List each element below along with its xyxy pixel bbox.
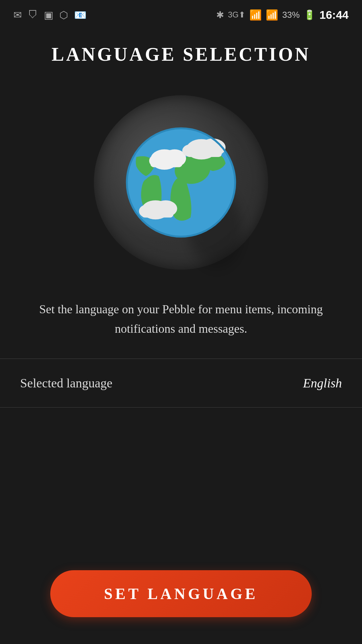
globe-icon	[117, 119, 245, 246]
battery-percent: 33%	[282, 10, 300, 20]
set-language-button[interactable]: SET LANGUAGE	[50, 570, 312, 617]
network-icon: 3G⬆	[228, 10, 245, 19]
status-time: 16:44	[319, 8, 349, 21]
description-text: Set the language on your Pebble for menu…	[0, 290, 362, 359]
shield-icon: ⛉	[28, 9, 38, 20]
svg-rect-5	[150, 161, 182, 167]
wifi-icon: 📶	[249, 9, 262, 21]
status-bar: ✉ ⛉ ▣ ⬡ 📧 ✱ 3G⬆ 📶 📶 33% 🔋 16:44	[0, 0, 362, 27]
status-icons-right: ✱ 3G⬆ 📶 📶 33% 🔋 16:44	[216, 8, 349, 21]
email-icon: ✉	[13, 9, 22, 21]
svg-rect-9	[186, 151, 222, 157]
language-row[interactable]: Selected language English	[0, 359, 362, 407]
page-title: LANGUAGE SELECTION	[0, 27, 362, 75]
bluetooth-icon: ✱	[216, 9, 224, 20]
selected-language-value: English	[303, 376, 342, 390]
security-icon: ⬡	[59, 9, 68, 21]
mail-icon: 📧	[74, 9, 86, 21]
svg-rect-13	[141, 211, 173, 218]
signal-icon: 📶	[266, 9, 278, 21]
status-icons-left: ✉ ⛉ ▣ ⬡ 📧	[13, 9, 86, 21]
globe-container	[0, 75, 362, 290]
selected-language-label: Selected language	[20, 376, 112, 390]
image-icon: ▣	[44, 9, 53, 21]
battery-icon: 🔋	[304, 9, 315, 20]
bottom-divider	[0, 407, 362, 408]
globe-background	[94, 95, 268, 270]
